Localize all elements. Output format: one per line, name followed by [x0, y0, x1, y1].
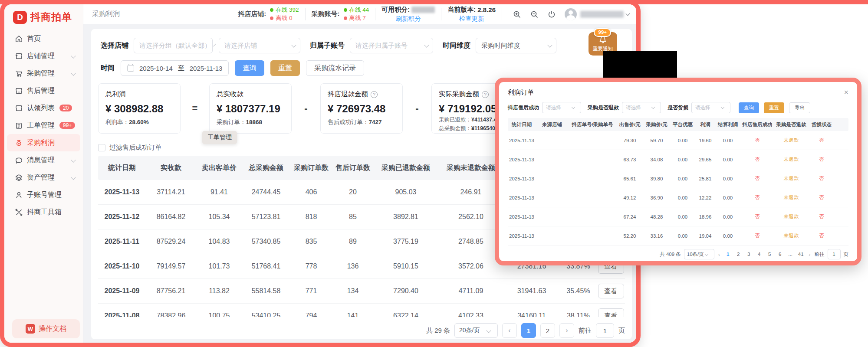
date-range-picker[interactable]: 2025-10-14 至 2025-11-13 [121, 60, 229, 76]
sidebar-item-subaccount-mgmt[interactable]: 子账号管理 [4, 186, 83, 203]
docs-link[interactable]: W 操作文档 [12, 319, 80, 338]
sidebar-item-asset-mgmt[interactable]: 资产管理 [4, 169, 83, 186]
goto-page-input[interactable]: 1 [828, 249, 841, 259]
sidebar-item-toolbox[interactable]: 抖商工具箱 [4, 203, 83, 221]
zoom-out-icon[interactable] [529, 10, 539, 19]
aftersale-filter-select[interactable]: 请选择 [542, 102, 581, 113]
damage-filter-select[interactable]: 请选择 [691, 102, 730, 113]
cell-refunded: 5910.15 [373, 262, 438, 270]
sidebar-item-home[interactable]: 首页 [4, 30, 83, 47]
page-number[interactable]: 4 [755, 252, 763, 257]
avatar[interactable] [565, 8, 577, 20]
cell-profit: 12.22 [695, 195, 715, 200]
sidebar-item-label: 资产管理 [27, 173, 55, 182]
group-select[interactable]: 请选择分组（默认全部） [134, 38, 213, 53]
sidebar-item-message-mgmt[interactable]: 消息管理 [4, 151, 83, 169]
date-from-value[interactable]: 2025-10-14 [139, 65, 173, 72]
help-icon[interactable]: ? [371, 91, 378, 98]
dialog-title: 利润订单 [508, 88, 534, 97]
view-button[interactable]: 查看 [598, 284, 624, 298]
cell-aftersale-flag: 否 [740, 137, 774, 144]
sidebar-item-aftersale-mgmt[interactable]: 售后管理 [4, 82, 83, 99]
prev-page-button[interactable]: ‹ [502, 323, 517, 338]
cell-received: 79149.57 [146, 262, 196, 270]
page-size-select[interactable]: 20条/页 [454, 323, 498, 338]
chevron-down-icon [71, 71, 76, 75]
cell-date: 2025-11-13 [508, 195, 536, 200]
doc-w-icon: W [26, 324, 35, 334]
page-number[interactable]: ... [786, 252, 794, 257]
sidebar-item-purchase-mgmt[interactable]: 采购管理 [4, 65, 83, 82]
cell-profit: 19.60 [695, 138, 715, 143]
page-number[interactable]: 2 [540, 323, 555, 338]
cell-aftersale-flag: 否 [740, 194, 774, 201]
refresh-points-link[interactable]: 刷新积分 [396, 15, 421, 23]
cell-received: 87756.21 [146, 287, 196, 295]
sidebar-item-label: 采购利润 [27, 138, 55, 147]
next-page-button[interactable]: › [559, 323, 574, 338]
page-number[interactable]: 2 [734, 252, 742, 257]
table-row: 2025-11-08 78382.96 100.75 53410.25 794 … [98, 304, 625, 317]
reset-button[interactable]: 重置 [270, 60, 300, 76]
cell-platform-discount: 0.00 [670, 233, 695, 239]
cell-profit-rate: 38.11% [560, 312, 597, 317]
cell-refund-flag: 未退款 [774, 175, 808, 182]
zoom-in-icon[interactable] [512, 10, 522, 19]
sidebar-item-purchase-profit[interactable]: 采购利润 [7, 134, 80, 151]
account-name-redacted [580, 11, 624, 18]
date-to-value[interactable]: 2025-11-13 [190, 65, 223, 72]
page-number[interactable]: 5 [766, 252, 773, 257]
cell-aftersale-flag: 否 [740, 232, 774, 239]
app-logo-icon: D [13, 11, 27, 24]
help-icon[interactable]: ? [482, 91, 489, 98]
prev-page-button[interactable]: ‹ [717, 251, 721, 258]
cell-refunded: 3775.19 [373, 238, 438, 246]
checkbox[interactable] [98, 144, 105, 151]
cell-orders: 771 [290, 287, 332, 295]
page-number[interactable]: 1 [521, 323, 536, 338]
next-page-button[interactable]: › [808, 251, 811, 258]
page-number[interactable]: 3 [745, 252, 753, 257]
purchase-flow-button[interactable]: 采购流水记录 [306, 60, 364, 76]
offline-dot [344, 16, 347, 20]
order-row: 2025-11-13 49.12 36.90 0.00 12.22 0.00 否… [508, 188, 848, 207]
dialog-filters: 抖店售后成功 请选择 采购是否退款 请选择 是否货损 请选择 查询 重置 导出 [508, 101, 848, 114]
power-icon[interactable] [547, 10, 556, 19]
sidebar-item-claim-list[interactable]: 认领列表 20 [4, 99, 83, 117]
page-number[interactable]: 6 [776, 252, 784, 257]
shop-select[interactable]: 请选择店铺 [219, 38, 300, 53]
dialog-reset-button[interactable]: 重置 [764, 102, 784, 113]
online-dot [270, 8, 273, 12]
account-caret-icon[interactable] [626, 11, 630, 16]
time-dimension-select[interactable]: 采购时间维度 [476, 38, 556, 53]
version-value: 2.8.26 [477, 6, 496, 13]
close-icon[interactable]: × [844, 88, 848, 96]
cell-damage-flag: 否 [808, 194, 835, 201]
shop-status-group: 抖店店铺: 在线 392 离线 0 [238, 6, 299, 22]
app-title: 抖商拍单 [30, 10, 72, 24]
search-button[interactable]: 查询 [235, 60, 264, 76]
purchase-status-group: 采购账号: 在线 44 离线 7 [312, 6, 369, 22]
refund-filter-select[interactable]: 请选择 [622, 102, 661, 113]
sidebar-item-ticket-mgmt[interactable]: 工单管理 99+ [4, 117, 83, 134]
cell-profit: 31941.63 [503, 287, 560, 295]
sidebar-item-shop-mgmt[interactable]: 店铺管理 [4, 47, 83, 65]
chevron-down-icon [213, 43, 216, 46]
page-number[interactable]: 1 [724, 252, 732, 257]
chevron-down-icon [486, 328, 491, 333]
total-count: 共 409 条 [660, 251, 681, 258]
page-number[interactable]: 41 [797, 252, 805, 257]
cell-date: 2025-11-13 [508, 214, 536, 219]
goto-page-input[interactable]: 1 [596, 323, 614, 338]
dialog-export-button[interactable]: 导出 [789, 102, 810, 113]
cell-settle-profit: 0.00 [715, 138, 740, 143]
subaccount-select[interactable]: 请选择归属子账号 [350, 38, 433, 53]
page-size-select[interactable]: 10条/页 [684, 249, 714, 259]
cell-refund-flag: 未退款 [774, 232, 808, 239]
aftersale-filter-label: 抖店售后成功 [508, 104, 539, 111]
profit-orders-dialog: 利润订单 × 抖店售后成功 请选择 采购是否退款 请选择 是否货损 请选择 查询… [495, 78, 861, 265]
dialog-search-button[interactable]: 查询 [739, 102, 759, 113]
layers-icon [15, 174, 23, 182]
view-button[interactable]: 查看 [598, 308, 624, 317]
check-update-link[interactable]: 检查更新 [459, 15, 484, 23]
